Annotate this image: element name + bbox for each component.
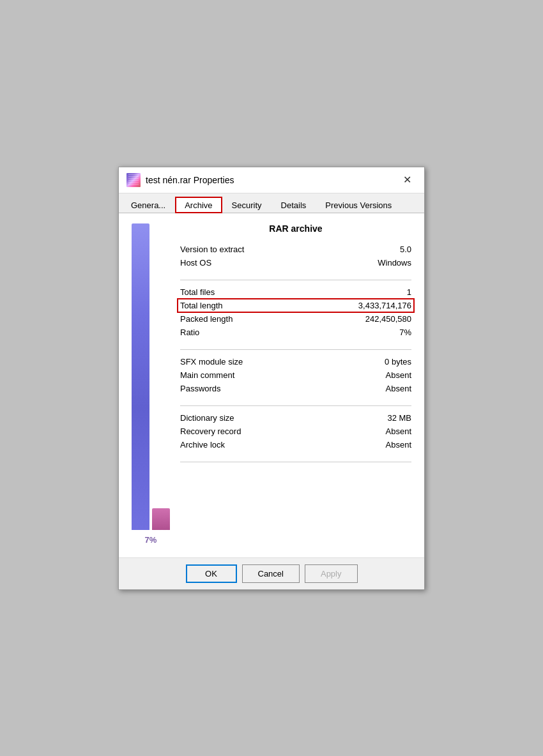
label-recovery: Recovery record bbox=[180, 427, 241, 436]
archive-info-area: RAR archive Version to extract 5.0 Host … bbox=[180, 223, 411, 547]
divider-2 bbox=[180, 349, 411, 350]
info-row-packed-length: Packed length 242,450,580 bbox=[180, 312, 411, 326]
value-total-length: 3,433,714,176 bbox=[358, 301, 411, 310]
close-button[interactable]: ✕ bbox=[397, 172, 417, 188]
info-group-4: Dictionary size 32 MB Recovery record Ab… bbox=[180, 411, 411, 451]
footer: OK Cancel Apply bbox=[119, 557, 424, 589]
dialog-title: test nén.rar Properties bbox=[146, 175, 392, 185]
info-row-dict: Dictionary size 32 MB bbox=[180, 411, 411, 425]
title-bar: test nén.rar Properties ✕ bbox=[119, 167, 424, 193]
tab-general[interactable]: Genera... bbox=[121, 197, 175, 213]
label-dict: Dictionary size bbox=[180, 413, 234, 423]
label-version: Version to extract bbox=[180, 245, 244, 254]
info-group-3: SFX module size 0 bytes Main comment Abs… bbox=[180, 355, 411, 395]
label-ratio: Ratio bbox=[180, 328, 199, 337]
section-title: RAR archive bbox=[180, 223, 411, 234]
info-row-total-length: Total length 3,433,714,176 bbox=[178, 299, 414, 312]
chart-percent-label: 7% bbox=[145, 535, 157, 545]
value-packed-length: 242,450,580 bbox=[365, 314, 411, 324]
value-ratio: 7% bbox=[399, 328, 411, 337]
divider-3 bbox=[180, 405, 411, 406]
info-row-lock: Archive lock Absent bbox=[180, 438, 411, 451]
cancel-button[interactable]: Cancel bbox=[242, 564, 300, 583]
bar-total bbox=[132, 223, 149, 530]
info-row-ratio: Ratio 7% bbox=[180, 326, 411, 339]
info-group-2: Total files 1 Total length 3,433,714,176… bbox=[180, 285, 411, 339]
value-passwords: Absent bbox=[386, 384, 411, 393]
tab-archive[interactable]: Archive bbox=[175, 197, 222, 213]
content-area: 7% RAR archive Version to extract 5.0 Ho… bbox=[119, 213, 424, 557]
info-row-sfx: SFX module size 0 bytes bbox=[180, 355, 411, 368]
tab-previous-versions[interactable]: Previous Versions bbox=[316, 197, 401, 213]
label-total-files: Total files bbox=[180, 287, 215, 297]
properties-dialog: test nén.rar Properties ✕ Genera... Arch… bbox=[118, 167, 425, 590]
label-lock: Archive lock bbox=[180, 440, 225, 450]
value-comment: Absent bbox=[386, 370, 411, 380]
info-row-recovery: Recovery record Absent bbox=[180, 425, 411, 438]
divider-4 bbox=[180, 462, 411, 462]
label-comment: Main comment bbox=[180, 370, 234, 380]
value-version: 5.0 bbox=[400, 245, 411, 254]
bar-packed bbox=[152, 508, 170, 530]
info-row-passwords: Passwords Absent bbox=[180, 382, 411, 395]
value-total-files: 1 bbox=[407, 287, 411, 297]
divider-1 bbox=[180, 280, 411, 280]
app-icon bbox=[126, 173, 141, 187]
label-total-length: Total length bbox=[180, 301, 223, 310]
info-row-hostos: Host OS Windows bbox=[180, 256, 411, 269]
tab-security[interactable]: Security bbox=[222, 197, 272, 213]
info-row-version: Version to extract 5.0 bbox=[180, 243, 411, 256]
value-dict: 32 MB bbox=[387, 413, 411, 423]
value-lock: Absent bbox=[386, 440, 411, 450]
label-hostos: Host OS bbox=[180, 258, 211, 268]
label-packed-length: Packed length bbox=[180, 314, 233, 324]
label-sfx: SFX module size bbox=[180, 357, 243, 367]
apply-button[interactable]: Apply bbox=[305, 564, 358, 583]
info-row-comment: Main comment Absent bbox=[180, 368, 411, 382]
bar-container bbox=[132, 223, 170, 530]
compression-chart: 7% bbox=[132, 223, 170, 547]
ok-button[interactable]: OK bbox=[186, 564, 237, 583]
value-hostos: Windows bbox=[378, 258, 411, 268]
tab-details[interactable]: Details bbox=[272, 197, 316, 213]
tab-bar: Genera... Archive Security Details Previ… bbox=[119, 193, 424, 213]
info-group-1: Version to extract 5.0 Host OS Windows bbox=[180, 243, 411, 269]
value-sfx: 0 bytes bbox=[385, 357, 411, 367]
info-row-total-files: Total files 1 bbox=[180, 285, 411, 299]
value-recovery: Absent bbox=[386, 427, 411, 436]
label-passwords: Passwords bbox=[180, 384, 221, 393]
